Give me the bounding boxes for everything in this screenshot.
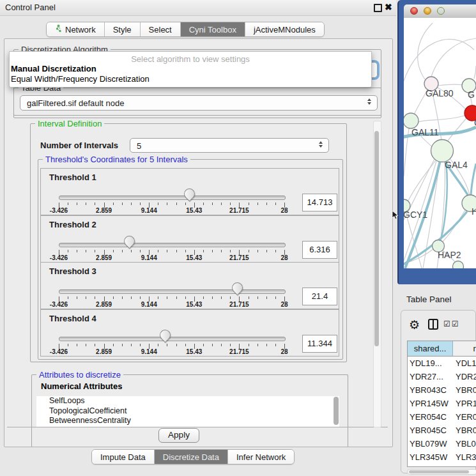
numerical-attributes-list[interactable]: SelfLoopsTopologicalCoefficientBetweenne… [36, 396, 332, 427]
attribute-list-item[interactable]: BetweennessCentrality [36, 416, 332, 426]
axis-tick-label: 28 [280, 254, 288, 261]
tick-mark [185, 203, 186, 205]
cell-shared-name: YBR045C [410, 424, 453, 437]
table-horizontal-scrollbar[interactable] [407, 469, 476, 475]
close-traffic-light-icon[interactable] [410, 7, 418, 15]
attribute-list-item[interactable]: SelfLoops [36, 396, 332, 406]
network-canvas[interactable]: GAL80 G C GAL11 GAL4 GCY1 H HAP2 [404, 18, 476, 268]
cell-shared-name: YLR345W [410, 450, 453, 464]
column-header-shared-name[interactable]: shared... [408, 341, 453, 357]
table-row[interactable]: YPR145WYPR1 [408, 397, 476, 410]
attribute-list-item[interactable]: TopologicalCoefficient [36, 406, 332, 417]
scrollbar-thumb[interactable] [334, 397, 339, 425]
node-label-hap2: HAP2 [438, 250, 461, 260]
tick-mark [131, 344, 132, 346]
cell-shared-name: YBR043C [410, 383, 453, 397]
apply-button[interactable]: Apply [158, 428, 199, 443]
table-header-row: shared... n [408, 341, 476, 357]
tick-mark [203, 296, 204, 299]
minimize-traffic-light-icon[interactable] [424, 7, 431, 15]
tick-mark [221, 344, 222, 346]
zoom-traffic-light-icon[interactable] [437, 7, 445, 15]
axis-tick-label: 28 [280, 207, 288, 214]
network-icon [55, 24, 62, 35]
threshold-value-field[interactable]: 21.4 [302, 288, 337, 305]
split-columns-icon[interactable] [428, 319, 438, 330]
tick-mark [68, 203, 68, 205]
threshold-row: Threshold 1-3.4262.8599.14415.4321.71528… [40, 168, 339, 215]
network-window-titlebar [404, 4, 476, 19]
tab-select[interactable]: Select [141, 22, 181, 36]
axis-tick-label: 21.715 [229, 348, 249, 355]
threshold-slider-track[interactable] [59, 196, 286, 200]
tick-mark [185, 344, 186, 346]
tick-mark [113, 203, 114, 205]
tick-mark [95, 344, 95, 346]
tick-mark [257, 203, 258, 205]
tick-mark [140, 250, 141, 252]
table-row[interactable]: YIL052CYIL0 [408, 464, 476, 467]
scrollbar-thumb[interactable] [374, 131, 379, 346]
tick-mark [122, 250, 123, 252]
tick-mark [77, 296, 77, 299]
table-data-combobox[interactable]: galFiltered.sif default node [20, 95, 378, 111]
mouse-cursor [392, 210, 399, 220]
table-row[interactable]: YDL19...YDL1 [408, 357, 476, 370]
table-row[interactable]: YBR043CYBR0 [408, 383, 476, 397]
number-of-intervals-spinner[interactable]: 5 [130, 138, 329, 153]
tab-label: Network [65, 25, 96, 35]
table-panel-title: Table Panel [406, 295, 452, 304]
tab-jactivemnodules[interactable]: jActiveMNodules [245, 22, 324, 36]
tab-style[interactable]: Style [105, 22, 141, 36]
table-row[interactable]: YBL079WYBL0 [408, 437, 476, 450]
tick-mark [266, 203, 267, 205]
table-row[interactable]: YLR345WYLR3 [408, 450, 476, 464]
gear-icon[interactable]: ⚙ [409, 317, 420, 332]
table-row[interactable]: YER054CYER0 [408, 410, 476, 424]
panel-vertical-scrollbar[interactable] [373, 121, 381, 427]
tick-mark [212, 203, 213, 205]
float-window-icon[interactable] [374, 4, 382, 12]
cell-name: YDL1 [456, 357, 476, 370]
threshold-value-field[interactable]: 14.713 [302, 194, 337, 211]
network-view-window[interactable]: GAL80 G C GAL11 GAL4 GCY1 H HAP2 [397, 0, 476, 284]
threshold-slider-track[interactable] [59, 243, 286, 247]
scrollbar-thumb[interactable] [409, 470, 469, 473]
cell-name: YPR1 [456, 397, 476, 410]
threshold-slider-track[interactable] [59, 337, 286, 341]
popup-option-equal-width[interactable]: Equal Width/Frequency Discretization [11, 74, 150, 84]
tab-network[interactable]: Network [47, 22, 105, 36]
tick-mark [122, 203, 123, 205]
axis-tick-label: 15.43 [186, 207, 202, 214]
tick-mark [275, 250, 276, 252]
column-header-name[interactable]: n [453, 341, 476, 357]
tab-impute-data[interactable]: Impute Data [92, 450, 155, 464]
tab-cyni-toolbox[interactable]: Cyni Toolbox [181, 22, 245, 36]
tab-infer-network[interactable]: Infer Network [228, 450, 294, 464]
popup-option-manual[interactable]: Manual Discretization [11, 64, 96, 73]
tick-mark [266, 296, 267, 299]
node-attribute-table[interactable]: shared... n YDL19...YDL1YDR27...YDR2YBR0… [407, 341, 476, 467]
cell-shared-name: YIL052C [410, 464, 453, 467]
tick-mark [167, 344, 167, 346]
tick-mark [185, 250, 186, 252]
close-icon[interactable]: ✖ [385, 2, 392, 12]
threshold-value-field[interactable]: 6.316 [302, 241, 337, 259]
tick-mark [212, 344, 213, 346]
axis-tick-label: 15.43 [186, 301, 202, 308]
select-columns-checkboxes-icon[interactable]: ☑☑ [443, 319, 460, 328]
cell-name: YBR0 [456, 383, 476, 397]
threshold-label: Threshold 2 [49, 220, 96, 229]
network-graph: GAL80 G C GAL11 GAL4 GCY1 H HAP2 [404, 18, 476, 268]
threshold-slider-track[interactable] [59, 289, 286, 294]
table-row[interactable]: YDR27...YDR2 [408, 370, 476, 383]
table-row[interactable]: YBR045CYBR0 [408, 424, 476, 437]
threshold-value-field[interactable]: 11.344 [302, 335, 337, 353]
tab-discretize-data[interactable]: Discretize Data [155, 450, 228, 464]
axis-tick-label: 2.859 [96, 207, 112, 214]
combo-arrows-icon [367, 98, 371, 105]
tab-label: Cyni Toolbox [189, 25, 236, 35]
tick-mark [95, 296, 95, 299]
threshold-label: Threshold 1 [49, 173, 96, 182]
attributes-list-scrollbar[interactable] [332, 396, 339, 427]
